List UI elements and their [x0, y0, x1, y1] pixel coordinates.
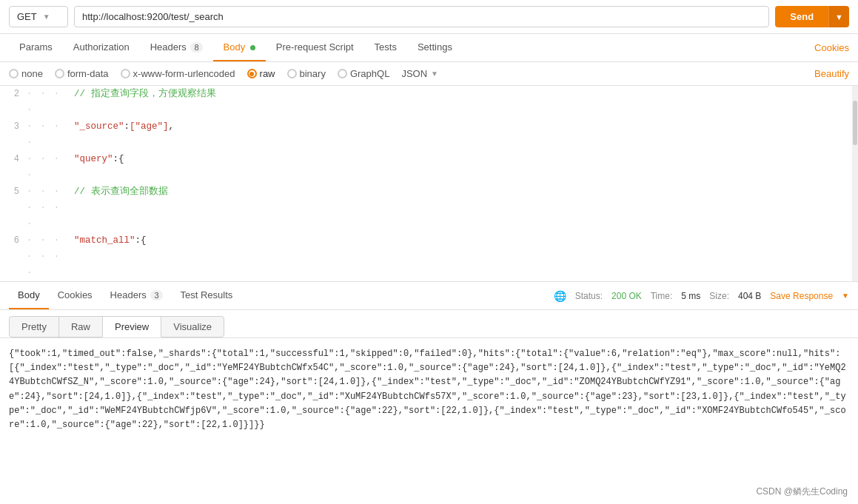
radio-binary-label: binary: [300, 68, 326, 79]
line-content: }: [71, 281, 858, 282]
response-tab-body[interactable]: Body: [9, 282, 49, 309]
url-bar: GET ▼ Send ▼: [0, 0, 858, 34]
json-label: JSON: [401, 68, 427, 79]
view-tabs-bar: Pretty Raw Preview Visualize: [0, 310, 858, 338]
tab-prerequest[interactable]: Pre-request Script: [266, 34, 364, 61]
tab-params[interactable]: Params: [9, 34, 63, 61]
line-content: // 指定查询字段，方便观察结果: [71, 86, 858, 102]
radio-raw[interactable]: raw: [247, 68, 275, 79]
radio-none-label: none: [21, 68, 43, 79]
response-tab-bar: Body Cookies Headers 3 Test Results 🌐 St…: [0, 282, 858, 310]
radio-none-dot: [9, 69, 19, 78]
request-tab-bar: Params Authorization Headers 8 Body Pre-…: [0, 34, 858, 62]
line-content: // 表示查询全部数据: [71, 184, 858, 200]
line-number: 4: [0, 151, 27, 167]
code-line-6: 6 · · · · · · · "match_all":{: [0, 232, 858, 281]
time-label: Time:: [651, 291, 673, 301]
radio-binary-dot: [287, 69, 297, 78]
line-dots: · · · ·: [27, 151, 71, 184]
status-code: 200 OK: [611, 291, 642, 301]
response-headers-label: Headers: [110, 289, 147, 300]
url-input[interactable]: [74, 6, 769, 27]
line-dots: · · · ·: [27, 86, 71, 118]
radio-raw-dot: [247, 69, 257, 78]
headers-badge: 8: [190, 42, 202, 53]
line-content: "match_all":{: [71, 232, 858, 249]
send-button[interactable]: Send: [775, 6, 828, 27]
response-headers-badge: 3: [150, 290, 162, 300]
send-dropdown-button[interactable]: ▼: [828, 6, 849, 27]
line-dots: · · · · · · ·: [27, 232, 71, 281]
tab-settings[interactable]: Settings: [407, 34, 463, 61]
line-number: 7: [0, 281, 27, 282]
method-select[interactable]: GET ▼: [9, 6, 68, 27]
radio-urlencoded-label: x-www-form-urlencoded: [133, 68, 235, 79]
radio-graphql-label: GraphQL: [350, 68, 389, 79]
line-content: "query":{: [71, 151, 858, 167]
line-number: 2: [0, 86, 27, 102]
body-active-dot: [250, 45, 255, 50]
beautify-button[interactable]: Beautify: [814, 68, 849, 79]
response-tab-headers[interactable]: Headers 3: [101, 282, 172, 309]
line-content: "_source":["age"],: [71, 118, 858, 135]
response-body: {"took":1,"timed_out":false,"_shards":{"…: [0, 338, 858, 446]
radio-none[interactable]: none: [9, 68, 43, 79]
code-line-5: 5 · · · · · · · // 表示查询全部数据: [0, 184, 858, 232]
view-tab-preview[interactable]: Preview: [102, 316, 161, 337]
radio-binary[interactable]: binary: [287, 68, 326, 79]
code-editor[interactable]: 2 · · · · // 指定查询字段，方便观察结果 3 · · · · "_s…: [0, 86, 858, 282]
view-tab-visualize[interactable]: Visualize: [161, 316, 224, 337]
line-number: 3: [0, 118, 27, 135]
radio-form-data[interactable]: form-data: [55, 68, 109, 79]
radio-formdata-label: form-data: [67, 68, 109, 79]
radio-formdata-dot: [55, 69, 64, 78]
tab-headers-label: Headers: [150, 41, 187, 53]
cookies-link[interactable]: Cookies: [814, 35, 849, 61]
line-number: 6: [0, 232, 27, 249]
view-tab-raw[interactable]: Raw: [58, 316, 103, 337]
radio-urlencoded[interactable]: x-www-form-urlencoded: [121, 68, 235, 79]
code-line-7: 7 · · · · · · · }: [0, 281, 858, 282]
response-tab-cookies[interactable]: Cookies: [49, 282, 101, 309]
line-dots: · · · · · · ·: [27, 184, 71, 232]
radio-graphql[interactable]: GraphQL: [338, 68, 389, 79]
body-options-bar: none form-data x-www-form-urlencoded raw…: [0, 62, 858, 86]
status-label: Status:: [575, 291, 603, 301]
json-type-select[interactable]: JSON ▼: [401, 68, 438, 79]
radio-graphql-dot: [338, 69, 347, 78]
size-label: Size:: [709, 291, 729, 301]
tab-body-label: Body: [224, 41, 246, 53]
line-dots: · · · ·: [27, 118, 71, 151]
editor-scrollbar[interactable]: [852, 86, 858, 281]
method-chevron-icon: ▼: [43, 13, 50, 21]
size-value: 404 B: [738, 291, 761, 301]
tab-headers[interactable]: Headers 8: [140, 34, 213, 61]
time-value: 5 ms: [681, 291, 700, 301]
tab-body[interactable]: Body: [213, 34, 266, 61]
line-number: 5: [0, 184, 27, 200]
json-chevron-icon: ▼: [431, 70, 438, 78]
response-tab-testresults[interactable]: Test Results: [172, 282, 242, 309]
code-line-2: 2 · · · · // 指定查询字段，方便观察结果: [0, 86, 858, 118]
tab-authorization[interactable]: Authorization: [63, 34, 140, 61]
send-button-group: Send ▼: [775, 6, 849, 27]
line-dots: · · · · · · ·: [27, 281, 71, 282]
code-line-4: 4 · · · · "query":{: [0, 151, 858, 184]
radio-raw-label: raw: [260, 68, 275, 79]
radio-urlencoded-dot: [121, 69, 130, 78]
save-response-button[interactable]: Save Response: [770, 291, 833, 301]
view-tab-pretty[interactable]: Pretty: [9, 316, 59, 337]
method-label: GET: [17, 11, 37, 22]
save-dropdown-icon[interactable]: ▼: [842, 292, 849, 300]
scrollbar-thumb: [853, 101, 857, 145]
code-line-3: 3 · · · · "_source":["age"],: [0, 118, 858, 151]
response-status-area: 🌐 Status: 200 OK Time: 5 ms Size: 404 B …: [554, 290, 849, 302]
response-text: {"took":1,"timed_out":false,"_shards":{"…: [9, 347, 849, 432]
globe-icon: 🌐: [554, 290, 566, 302]
tab-tests[interactable]: Tests: [364, 34, 407, 61]
